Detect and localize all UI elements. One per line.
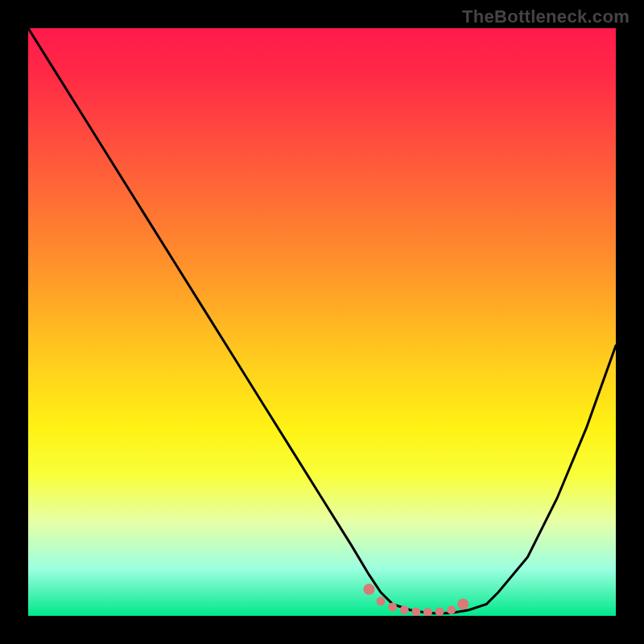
bottleneck-chart-svg	[28, 28, 616, 616]
marker-dot	[363, 584, 374, 595]
marker-dot	[388, 603, 397, 612]
marker-dot	[377, 597, 386, 605]
attribution-label: TheBottleneck.com	[462, 6, 630, 27]
marker-dot	[447, 605, 456, 614]
marker-dot	[423, 608, 432, 616]
marker-dot	[400, 605, 409, 614]
marker-dot	[436, 607, 444, 616]
chart-frame: TheBottleneck.com	[0, 0, 644, 644]
marker-dot	[411, 607, 420, 616]
plot-area	[28, 28, 616, 616]
marker-dot	[457, 598, 469, 609]
bottleneck-curve	[28, 28, 616, 613]
